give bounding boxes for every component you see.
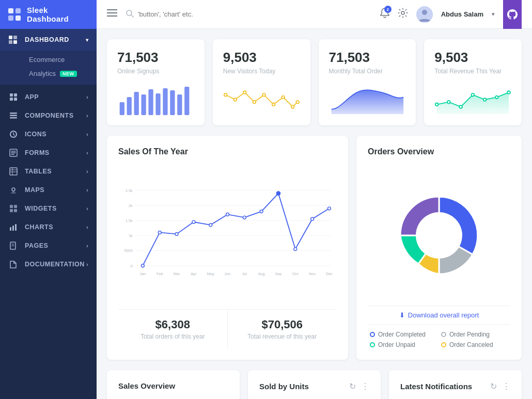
menu-icon[interactable]	[107, 9, 117, 20]
svg-text:May: May	[207, 272, 214, 276]
svg-text:1.5k: 1.5k	[126, 218, 133, 223]
sidebar-item-label: ICONS	[25, 131, 86, 138]
svg-text:Sep: Sep	[275, 272, 281, 276]
sidebar-item-pages[interactable]: PAGES ›	[0, 236, 97, 255]
arrow-icon: ›	[86, 150, 88, 156]
svg-point-61	[296, 101, 299, 104]
sidebar-header: Sleek Dashboard	[0, 0, 97, 29]
refresh-icon[interactable]: ↻	[349, 381, 356, 391]
widgets-icon	[8, 204, 19, 213]
forms-icon	[8, 149, 19, 157]
svg-rect-12	[10, 113, 17, 114]
svg-text:5000: 5000	[124, 248, 133, 253]
stat-label: New Visitors Today	[223, 68, 300, 75]
svg-rect-1	[15, 8, 21, 13]
sidebar-item-charts[interactable]: CHARTS ›	[0, 218, 97, 236]
github-icon[interactable]	[503, 0, 522, 29]
svg-rect-25	[10, 205, 13, 208]
sidebar-item-app[interactable]: APP ›	[0, 88, 97, 106]
svg-rect-48	[155, 93, 160, 115]
legend-label: Order Canceled	[449, 341, 493, 348]
svg-rect-14	[10, 117, 17, 119]
svg-rect-3	[15, 15, 21, 21]
sidebar-item-components[interactable]: COMPONENTS ›	[0, 106, 97, 125]
svg-point-53	[224, 93, 227, 97]
stat-card-visitors: 9,503 New Visitors Today	[213, 39, 310, 125]
components-icon	[8, 111, 19, 120]
sidebar-item-icons[interactable]: ICONS ›	[0, 125, 97, 143]
sidebar-item-label: CHARTS	[25, 224, 86, 231]
svg-point-62	[435, 103, 439, 106]
sidebar-item-tables[interactable]: TABLES ›	[0, 162, 97, 181]
sidebar-item-documentation[interactable]: DOCUMENTATION ›	[0, 255, 97, 274]
svg-rect-29	[10, 227, 11, 231]
sub-item-ecommerce[interactable]: Ecommerce	[25, 53, 97, 67]
app-icon	[8, 93, 19, 101]
user-name: Abdus Salam	[441, 10, 483, 18]
download-report-link[interactable]: ⬇ Download overall report	[368, 306, 510, 325]
svg-point-66	[483, 98, 487, 101]
svg-point-65	[472, 93, 475, 97]
sidebar-item-dashboard[interactable]: DASHBOARD ▾	[0, 29, 97, 51]
svg-point-67	[495, 96, 498, 99]
icons-icon	[8, 130, 19, 138]
chart-stat-revenue: $70,506 Total revenue of this year	[228, 310, 337, 348]
sidebar-item-label-dashboard: DASHBOARD	[25, 36, 86, 43]
settings-icon[interactable]	[398, 8, 408, 21]
legend-pending: Order Pending	[441, 331, 508, 338]
dashboard-arrow-icon: ▾	[86, 37, 89, 43]
refresh-icon[interactable]: ↻	[490, 381, 497, 391]
sidebar-item-label: APP	[25, 93, 86, 101]
bottom-card-actions: ↻ ⋮	[349, 381, 369, 391]
donut-chart-wrapper	[368, 165, 510, 306]
svg-text:Mar: Mar	[174, 272, 180, 276]
pages-icon	[8, 242, 19, 250]
svg-rect-27	[10, 209, 13, 212]
sidebar-item-label: MAPS	[25, 186, 86, 194]
orders-overview-card: Orders Overview	[356, 136, 522, 360]
arrow-icon: ›	[86, 94, 88, 100]
svg-rect-50	[170, 90, 175, 115]
stat-cards: 71,503 Online Signups	[107, 39, 522, 125]
svg-text:Jun: Jun	[225, 272, 231, 276]
dashboard-sub-items: Ecommerce Analytics NEW	[0, 51, 97, 85]
sub-item-analytics[interactable]: Analytics NEW	[25, 67, 97, 81]
user-dropdown-arrow[interactable]: ▾	[492, 11, 495, 18]
sidebar-item-maps[interactable]: MAPS ›	[0, 181, 97, 199]
arrow-icon: ›	[86, 187, 88, 193]
sidebar-item-forms[interactable]: FORMS ›	[0, 143, 97, 162]
svg-line-39	[131, 15, 133, 17]
legend-dot	[441, 332, 446, 337]
search-input[interactable]	[138, 10, 241, 18]
bottom-card-header: Sold by Units ↻ ⋮	[259, 381, 369, 391]
sidebar: Sleek Dashboard DASHBOARD ▾ Ecommerce An…	[0, 0, 97, 399]
sidebar-item-widgets[interactable]: WIDGETS ›	[0, 199, 97, 218]
svg-point-87	[243, 216, 246, 219]
more-icon[interactable]: ⋮	[502, 381, 510, 391]
arrow-icon: ›	[86, 243, 88, 249]
svg-point-60	[291, 105, 294, 108]
svg-text:Nov: Nov	[309, 272, 316, 276]
download-icon: ⬇	[399, 311, 405, 319]
svg-rect-51	[177, 94, 182, 115]
arrow-icon: ›	[86, 225, 88, 230]
svg-text:2.5k: 2.5k	[126, 188, 133, 193]
svg-rect-47	[148, 89, 153, 115]
header-actions: 2 Abdus Salam ▾	[380, 6, 495, 23]
bottom-card-notifications: Latest Notifications ↻ ⋮	[389, 370, 522, 399]
chart-stat-label: Total orders of this year	[127, 333, 219, 340]
arrow-icon: ›	[86, 262, 88, 267]
more-icon[interactable]: ⋮	[361, 381, 369, 391]
svg-text:2k: 2k	[129, 203, 133, 208]
legend-dot	[441, 342, 446, 347]
svg-rect-45	[134, 92, 139, 115]
svg-rect-26	[14, 205, 17, 208]
bottom-card-title: Sold by Units	[259, 382, 309, 391]
notification-icon[interactable]: 2	[380, 8, 389, 21]
svg-rect-28	[14, 209, 17, 212]
svg-point-92	[327, 207, 331, 210]
svg-rect-5	[13, 36, 17, 39]
svg-point-84	[192, 220, 195, 224]
svg-rect-46	[141, 94, 146, 115]
svg-point-86	[226, 213, 229, 216]
